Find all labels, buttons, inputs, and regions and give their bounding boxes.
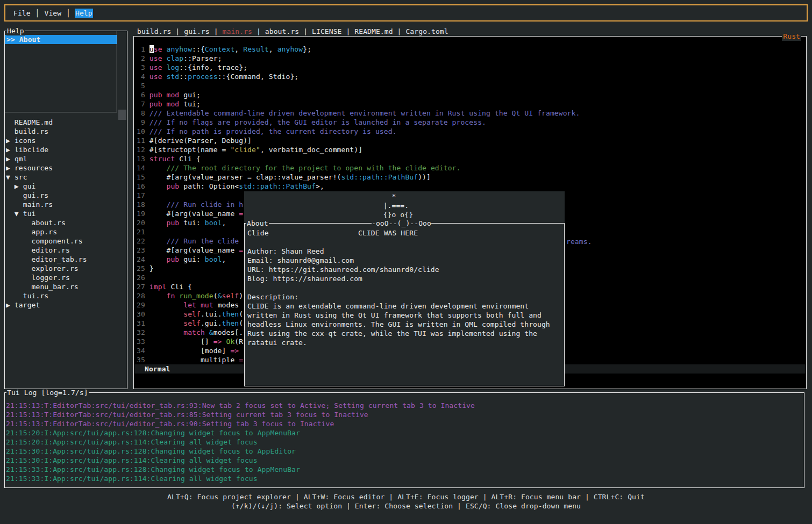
log-entry: 21:15:20:I:App:src/tui/app.rs:114:Cleari…	[6, 437, 803, 447]
editor-tab-about-rs[interactable]: about.rs	[265, 27, 299, 35]
log-entry: 21:15:33:I:App:src/tui/app.rs:128:Changi…	[6, 465, 803, 474]
code-line: 7 pub mod tui;	[134, 99, 806, 109]
tree-item-label: logger.rs	[32, 274, 70, 282]
expand-icon[interactable]: ▶	[6, 137, 10, 145]
tree-item-gui[interactable]: ▶ gui	[6, 182, 126, 191]
help-dropdown-title: Help	[6, 26, 25, 35]
collapse-icon[interactable]: ▼	[15, 210, 19, 218]
about-dialog-body: Clide CLIDE WAS HEREAuthor: Shaun ReedEm…	[247, 228, 563, 347]
tree-item-icons[interactable]: ▶ icons	[6, 136, 126, 145]
tree-item-about-rs[interactable]: about.rs	[6, 218, 126, 227]
about-dialog-line: Clide CLIDE WAS HERE	[247, 228, 563, 238]
line-number: 2	[137, 54, 149, 62]
tree-item-tui[interactable]: ▼ tui	[6, 209, 126, 218]
about-dialog-line: ratatui crate.	[247, 338, 563, 347]
line-number: 7	[137, 100, 149, 108]
expand-icon[interactable]: ▶	[6, 146, 10, 154]
line-number: 1	[137, 45, 149, 53]
editor-tab-main-rs[interactable]: main.rs	[223, 27, 253, 35]
menu-item-file[interactable]: File	[13, 9, 31, 18]
line-number: 25	[137, 264, 149, 272]
file-tree: README.md build.rs▶ icons▶ libclide▶ qml…	[6, 118, 126, 310]
line-number: 26	[137, 274, 149, 282]
code-line: 2 use clap::Parser;	[134, 54, 806, 63]
tree-item-label: gui	[23, 182, 36, 190]
menu-item-help[interactable]: Help	[75, 9, 93, 18]
editor-tab-LICENSE[interactable]: LICENSE	[312, 27, 342, 35]
tree-item-label: resources	[15, 164, 53, 172]
line-number: 17	[137, 191, 149, 199]
tree-item-editor_tab-rs[interactable]: editor_tab.rs	[6, 255, 126, 264]
tree-item-component-rs[interactable]: component.rs	[6, 236, 126, 246]
tree-item-label: build.rs	[15, 127, 48, 135]
about-dialog-line: written in Rust using the Qt UI framewor…	[247, 311, 563, 320]
tree-item-resources[interactable]: ▶ resources	[6, 163, 126, 173]
tree-item-gui-rs[interactable]: gui.rs	[6, 191, 126, 200]
log-entry: 21:15:30:I:App:src/tui/app.rs:128:Changi…	[6, 447, 803, 456]
line-number: 13	[137, 155, 149, 163]
line-number: 15	[137, 173, 149, 181]
line-number: 8	[137, 109, 149, 117]
tree-item-target[interactable]: ▶ target	[6, 300, 126, 310]
tree-item-tui-rs[interactable]: tui.rs	[6, 291, 126, 300]
editor-panel[interactable]: Rust 1 use anyhow::{Context, Result, any…	[133, 36, 807, 389]
tree-item-label: explorer.rs	[32, 264, 79, 272]
tree-item-label: tui	[23, 210, 36, 218]
log-entry: 21:15:13:T:EditorTab:src/tui/editor_tab.…	[6, 419, 803, 428]
code-line: 5	[134, 81, 806, 90]
log-entry: 21:15:13:T:EditorTab:src/tui/editor_tab.…	[6, 401, 803, 410]
tree-item-README-md[interactable]: README.md	[6, 118, 126, 127]
line-number: 28	[137, 292, 149, 300]
tree-item-src[interactable]: ▼ src	[6, 173, 126, 182]
tree-item-label: component.rs	[32, 237, 83, 245]
line-number: 11	[137, 137, 149, 145]
about-dialog-line	[247, 283, 563, 292]
menu-bar: File │ View │ Help	[4, 4, 808, 21]
tab-separator: |	[210, 27, 223, 35]
menu-separator: │	[31, 9, 44, 18]
collapse-icon[interactable]: ▼	[6, 173, 10, 181]
tree-item-label: app.rs	[32, 228, 58, 236]
code-line: 4 use std::process::{Command, Stdio};	[134, 72, 806, 81]
about-dialog: * |.===. {}o o{} About -ooO--(_)--Ooo Cl…	[244, 191, 565, 386]
line-number: 3	[137, 63, 149, 71]
tree-item-explorer-rs[interactable]: explorer.rs	[6, 264, 126, 273]
tree-item-libclide[interactable]: ▶ libclide	[6, 145, 126, 154]
line-number: 18	[137, 200, 149, 209]
tree-item-label: README.md	[15, 118, 53, 126]
menu-item-view[interactable]: View	[44, 9, 62, 18]
tree-item-label: main.rs	[23, 200, 53, 209]
editor-tab-Cargo-toml[interactable]: Cargo.toml	[405, 27, 448, 35]
log-entry: 21:15:33:I:App:src/tui/app.rs:114:Cleari…	[6, 474, 803, 483]
code-line: 13 struct Cli {	[134, 154, 806, 163]
tui-log-panel[interactable]: Tui Log [log=1.7/s] 21:15:13:T:EditorTab…	[4, 392, 804, 488]
expand-icon[interactable]: ▶	[6, 164, 10, 172]
about-dialog-box: About -ooO--(_)--Ooo Clide CLIDE WAS HER…	[244, 223, 565, 386]
expand-icon[interactable]: ▶	[6, 301, 10, 309]
tree-item-label: icons	[15, 137, 36, 145]
tab-separator: |	[252, 27, 265, 35]
about-dialog-line: CLIDE is an extendable command-line driv…	[247, 302, 563, 311]
code-line-22-tail: reams.	[566, 237, 592, 246]
tree-item-logger-rs[interactable]: logger.rs	[6, 273, 126, 282]
about-dialog-line: Rust using the cxx-qt crate, while the T…	[247, 329, 563, 338]
editor-mode-indicator: Normal	[134, 365, 170, 373]
tree-item-menu_bar-rs[interactable]: menu_bar.rs	[6, 282, 126, 291]
tree-item-editor-rs[interactable]: editor.rs	[6, 246, 126, 255]
editor-tab-gui-rs[interactable]: gui.rs	[184, 27, 210, 35]
expand-icon[interactable]: ▶	[15, 182, 19, 190]
tree-item-main-rs[interactable]: main.rs	[6, 200, 126, 209]
dropdown-item-about[interactable]: >> About	[5, 35, 117, 44]
editor-tab-build-rs[interactable]: build.rs	[137, 27, 171, 35]
tab-separator: |	[342, 27, 355, 35]
explorer-scrollbar-thumb[interactable]	[118, 110, 126, 120]
tui-log-title: Tui Log [log=1.7/s]	[6, 388, 89, 397]
keybinding-help-bar: ALT+Q: Focus project explorer | ALT+W: F…	[0, 492, 812, 511]
editor-tab-README-md[interactable]: README.md	[354, 27, 393, 35]
tree-item-label: libclide	[15, 146, 48, 154]
expand-icon[interactable]: ▶	[6, 155, 10, 163]
tree-item-qml[interactable]: ▶ qml	[6, 154, 126, 163]
tree-item-build-rs[interactable]: build.rs	[6, 127, 126, 136]
tree-item-app-rs[interactable]: app.rs	[6, 227, 126, 236]
line-number: 33	[137, 338, 149, 346]
